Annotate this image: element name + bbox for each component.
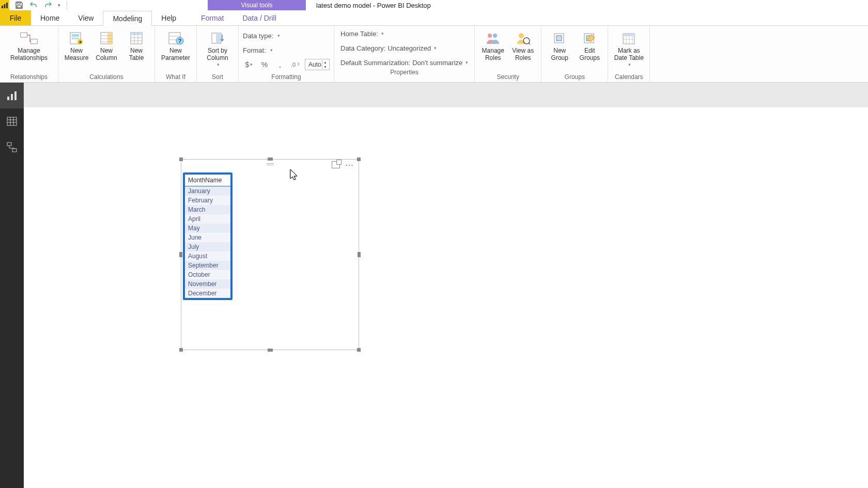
new-group-label: New Group — [551, 48, 568, 62]
table-cell[interactable]: September — [185, 261, 230, 270]
svg-point-35 — [519, 33, 524, 38]
resize-handle[interactable] — [179, 252, 182, 257]
table-cell[interactable]: December — [185, 289, 230, 298]
manage-relationships-button[interactable]: Manage Relationships — [4, 28, 54, 62]
tab-home[interactable]: Home — [31, 10, 69, 25]
view-as-roles-label: View as Roles — [512, 48, 534, 62]
svg-rect-31 — [216, 33, 221, 43]
resize-handle[interactable] — [357, 348, 361, 352]
table-cell[interactable]: April — [185, 214, 230, 224]
tab-help[interactable]: Help — [152, 10, 185, 25]
group-relationships-label: Relationships — [0, 73, 58, 82]
manage-roles-label: Manage Roles — [482, 48, 504, 62]
tab-format[interactable]: Format — [192, 10, 233, 25]
resize-handle[interactable] — [358, 252, 361, 257]
manage-roles-button[interactable]: Manage Roles — [479, 28, 507, 62]
redo-icon[interactable] — [43, 1, 53, 10]
new-column-button[interactable]: New Column — [92, 28, 120, 62]
format-dropdown[interactable]: Format: ▾ — [243, 44, 330, 56]
edit-groups-label: Edit Groups — [580, 48, 600, 62]
group-whatif-label: What If — [155, 73, 196, 82]
chevron-down-icon: ▾ — [217, 62, 220, 67]
default-summarization-label: Default Summarization: — [340, 59, 410, 67]
view-as-roles-button[interactable]: View as Roles — [509, 28, 537, 62]
svg-rect-20 — [131, 33, 142, 35]
view-as-roles-icon — [514, 30, 532, 46]
resize-handle[interactable] — [179, 158, 183, 161]
table-cell[interactable]: June — [185, 233, 230, 242]
datatype-dropdown[interactable]: Data type: ▾ — [243, 30, 330, 41]
edit-groups-button[interactable]: Edit Groups — [576, 28, 603, 62]
spin-down-icon[interactable]: ▼ — [322, 65, 328, 69]
chevron-down-icon: ▾ — [628, 62, 631, 67]
resize-handle[interactable] — [268, 349, 273, 352]
home-table-label: Home Table: — [340, 30, 378, 38]
focus-mode-icon[interactable] — [332, 161, 340, 168]
chevron-down-icon: ▾ — [270, 48, 273, 53]
decimals-button[interactable]: .0 — [289, 59, 302, 70]
mark-as-date-table-button[interactable]: Mark as Date Table ▾ — [612, 28, 645, 67]
svg-rect-0 — [2, 6, 3, 8]
mark-as-date-table-label: Mark as Date Table — [614, 48, 644, 62]
resize-handle[interactable] — [179, 348, 183, 352]
svg-rect-43 — [623, 34, 634, 36]
column-header[interactable]: MonthName — [185, 175, 230, 186]
resize-handle[interactable] — [357, 158, 361, 161]
svg-text:.0: .0 — [291, 61, 296, 68]
home-table-dropdown[interactable]: Home Table: ▾ — [340, 28, 468, 39]
relationships-icon — [20, 30, 38, 46]
visual-drag-handle-icon[interactable] — [267, 163, 274, 165]
more-options-icon[interactable]: ⋯ — [345, 160, 354, 170]
calendar-icon — [619, 30, 638, 46]
group-properties-label: Properties — [334, 68, 474, 77]
table-cell[interactable]: March — [185, 205, 230, 214]
table-visual[interactable]: ⋯ MonthName JanuaryFebruaryMarchAprilMay… — [181, 159, 359, 350]
edit-groups-icon — [580, 30, 599, 46]
new-parameter-button[interactable]: ? New Parameter — [159, 28, 192, 62]
new-group-button[interactable]: New Group — [546, 28, 574, 62]
currency-button[interactable]: $▾ — [243, 59, 255, 70]
svg-line-37 — [529, 43, 530, 44]
report-view-button[interactable] — [0, 83, 24, 108]
undo-icon[interactable] — [29, 1, 38, 10]
decimal-places-input[interactable]: Auto ▲ ▼ — [305, 59, 330, 70]
tab-modeling[interactable]: Modeling — [103, 11, 152, 26]
table-cell[interactable]: October — [185, 270, 230, 279]
svg-point-34 — [493, 34, 497, 38]
default-summarization-value: Don't summarize — [412, 59, 462, 67]
table-cell[interactable]: August — [185, 251, 230, 261]
tab-view[interactable]: View — [69, 10, 103, 25]
data-view-button[interactable] — [0, 108, 24, 134]
table-cell[interactable]: July — [185, 242, 230, 251]
new-measure-button[interactable]: ★ New Measure — [63, 28, 90, 62]
sort-by-column-button[interactable]: Sort by Column ▾ — [201, 28, 234, 67]
svg-rect-1 — [4, 4, 6, 8]
default-summarization-dropdown[interactable]: Default Summarization: Don't summarize ▾ — [340, 57, 468, 68]
tab-file[interactable]: File — [0, 10, 31, 25]
resize-handle[interactable] — [268, 158, 273, 161]
sort-by-column-label: Sort by Column — [207, 48, 228, 62]
comma-button[interactable]: , — [274, 59, 286, 70]
qat-customize-icon[interactable]: ▾ — [58, 3, 60, 8]
percent-button[interactable]: % — [258, 59, 271, 70]
left-nav — [0, 83, 24, 488]
table-cell[interactable]: May — [185, 224, 230, 233]
svg-rect-10 — [74, 38, 76, 39]
datatype-label: Data type: — [243, 32, 273, 40]
model-view-button[interactable] — [0, 134, 24, 160]
canvas[interactable] — [24, 107, 868, 488]
table-cell[interactable]: January — [185, 186, 230, 196]
parameter-icon: ? — [166, 30, 185, 46]
data-category-dropdown[interactable]: Data Category: Uncategorized ▾ — [340, 42, 468, 54]
save-icon[interactable] — [14, 1, 24, 10]
new-table-button[interactable]: New Table — [122, 28, 150, 62]
spin-up-icon[interactable]: ▲ — [322, 60, 328, 65]
table-cell[interactable]: November — [185, 279, 230, 289]
svg-text:★: ★ — [79, 40, 82, 44]
svg-rect-48 — [7, 97, 9, 100]
table-cell[interactable]: February — [185, 196, 230, 205]
annotation-highlight: MonthName JanuaryFebruaryMarchAprilMayJu… — [183, 172, 233, 300]
new-column-label: New Column — [96, 48, 117, 62]
window-title: latest demo model - Power BI Desktop — [306, 0, 431, 10]
tab-datadrill[interactable]: Data / Drill — [233, 10, 285, 25]
